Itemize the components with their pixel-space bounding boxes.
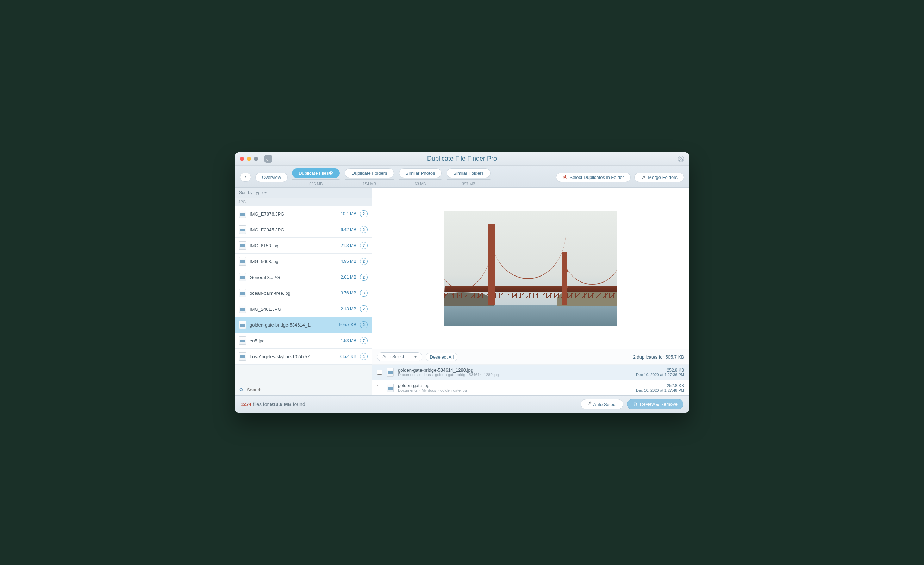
file-size: 6.42 MB	[340, 227, 356, 232]
count-badge: 2	[360, 321, 368, 328]
count-badge: 2	[360, 274, 368, 281]
duplicate-name: golden-gate.jpg	[398, 383, 632, 388]
select-duplicates-folder-button[interactable]: Select Duplicates in Folder	[556, 173, 631, 182]
tab-group: Duplicate Files�696 MBDuplicate Folders1…	[292, 168, 490, 186]
file-name: IMG_2461.JPG	[250, 307, 337, 312]
file-name: IMG_5608.jpg	[250, 259, 337, 264]
file-name: golden-gate-bridge-534614_1...	[250, 322, 336, 328]
file-icon	[239, 273, 246, 281]
search-icon	[239, 388, 244, 392]
duplicate-summary: 2 duplicates for 505.7 KB	[633, 355, 684, 360]
tab-0[interactable]: Duplicate Files�	[292, 168, 340, 178]
file-row[interactable]: en5.jpg 1.53 MB 7	[235, 333, 372, 349]
toolbar: Overview Duplicate Files�696 MBDuplicate…	[235, 165, 689, 188]
rss-icon[interactable]	[678, 156, 684, 162]
file-size: 4.95 MB	[340, 259, 356, 264]
file-name: IMG_E2945.JPG	[250, 227, 337, 233]
tab-meta: 63 MB	[415, 182, 426, 186]
file-row[interactable]: Los-Angeles-skyline-1024x57... 736.4 KB …	[235, 349, 372, 365]
svg-marker-6	[414, 356, 417, 358]
footer-auto-select-button[interactable]: Auto Select	[580, 399, 623, 409]
search-input[interactable]	[247, 387, 368, 392]
review-remove-button[interactable]: Review & Remove	[627, 399, 684, 409]
file-icon	[239, 352, 246, 361]
svg-marker-3	[264, 192, 267, 194]
tab-3[interactable]: Similar Folders	[447, 168, 490, 178]
file-list: IMG_E7876.JPG 10.1 MB 2 IMG_E2945.JPG 6.…	[235, 206, 372, 384]
file-row[interactable]: IMG_5608.jpg 4.95 MB 2	[235, 254, 372, 269]
detail-toolbar: Auto Select Deselect All 2 duplicates fo…	[372, 349, 689, 364]
count-badge: 7	[360, 337, 368, 344]
count-badge: 4	[360, 353, 368, 360]
file-row[interactable]: golden-gate-bridge-534614_1... 505.7 KB …	[235, 317, 372, 333]
maximize-icon[interactable]	[254, 157, 258, 161]
merge-folders-button[interactable]: Merge Folders	[634, 173, 684, 182]
app-window: Duplicate File Finder Pro Overview Dupli…	[235, 152, 689, 413]
file-icon	[239, 241, 246, 250]
select-checkbox[interactable]	[377, 385, 382, 390]
duplicate-row: golden-gate.jpg Documents› My docs› gold…	[372, 380, 689, 395]
duplicate-path: Documents› My docs› golden-gate.jpg	[398, 388, 632, 392]
file-name: ocean-palm-tree.jpg	[250, 291, 337, 296]
count-badge: 3	[360, 290, 368, 297]
file-size: 10.1 MB	[340, 211, 356, 216]
duplicate-date: Dec 10, 2020 at 1:27:36 PM	[636, 373, 684, 377]
back-button[interactable]	[240, 173, 251, 182]
duplicate-list: golden-gate-bridge-534614_1280.jpg Docum…	[372, 364, 689, 395]
trash-icon	[633, 402, 638, 407]
traffic-lights	[240, 157, 258, 161]
tab-meta: 154 MB	[363, 182, 376, 186]
file-row[interactable]: IMG_2461.JPG 2.13 MB 2	[235, 301, 372, 317]
svg-point-4	[240, 388, 242, 391]
tab-2[interactable]: Similar Photos	[399, 168, 442, 178]
app-title: Duplicate File Finder Pro	[427, 155, 497, 162]
overview-button[interactable]: Overview	[255, 173, 288, 182]
sidebar: Sort by Type JPG IMG_E7876.JPG 10.1 MB 2…	[235, 188, 372, 395]
duplicate-name: golden-gate-bridge-534614_1280.jpg	[398, 367, 632, 373]
file-icon	[239, 225, 246, 234]
file-icon	[387, 368, 394, 377]
file-row[interactable]: General 3.JPG 2.61 MB 2	[235, 269, 372, 286]
preview-area	[372, 188, 689, 349]
preview-image	[444, 211, 617, 326]
count-badge: 7	[360, 242, 368, 249]
minimize-icon[interactable]	[247, 157, 251, 161]
main-panel: Auto Select Deselect All 2 duplicates fo…	[372, 188, 689, 395]
sort-by-button[interactable]: Sort by Type	[235, 188, 372, 198]
quicklook-icon[interactable]	[264, 155, 272, 163]
file-row[interactable]: ocean-palm-tree.jpg 3.76 MB 3	[235, 286, 372, 301]
deselect-all-button[interactable]: Deselect All	[426, 353, 458, 361]
duplicate-row: golden-gate-bridge-534614_1280.jpg Docum…	[372, 364, 689, 380]
close-icon[interactable]	[240, 157, 244, 161]
file-name: IMG_6153.jpg	[250, 243, 337, 248]
svg-point-0	[679, 160, 680, 161]
tab-1[interactable]: Duplicate Folders	[345, 168, 394, 178]
file-row[interactable]: IMG_6153.jpg 21.3 MB 7	[235, 238, 372, 254]
search-row	[235, 384, 372, 395]
auto-select-segment: Auto Select	[377, 352, 422, 361]
select-checkbox[interactable]	[377, 370, 382, 375]
file-name: en5.jpg	[250, 338, 337, 343]
auto-select-button[interactable]: Auto Select	[378, 353, 409, 361]
section-header: JPG	[235, 198, 372, 206]
file-icon	[239, 210, 246, 218]
file-row[interactable]: IMG_E7876.JPG 10.1 MB 2	[235, 206, 372, 222]
file-row[interactable]: IMG_E2945.JPG 6.42 MB 2	[235, 222, 372, 238]
svg-line-5	[242, 390, 243, 391]
file-name: IMG_E7876.JPG	[250, 211, 337, 216]
count-badge: 2	[360, 210, 368, 217]
duplicate-date: Dec 10, 2020 at 1:27:48 PM	[636, 388, 684, 392]
file-icon	[239, 257, 246, 266]
footer-summary: 1274 files for 913.6 MB found	[240, 401, 305, 407]
titlebar: Duplicate File Finder Pro	[235, 152, 689, 165]
file-icon	[239, 337, 246, 345]
file-size: 505.7 KB	[339, 322, 356, 327]
duplicate-size: 252.8 KB	[636, 368, 684, 373]
file-size: 736.4 KB	[339, 354, 356, 359]
count-badge: 2	[360, 226, 368, 233]
file-icon	[239, 320, 246, 329]
file-icon	[239, 289, 246, 297]
auto-select-dropdown[interactable]	[409, 353, 422, 361]
count-badge: 2	[360, 258, 368, 265]
duplicate-size: 252.8 KB	[636, 383, 684, 388]
